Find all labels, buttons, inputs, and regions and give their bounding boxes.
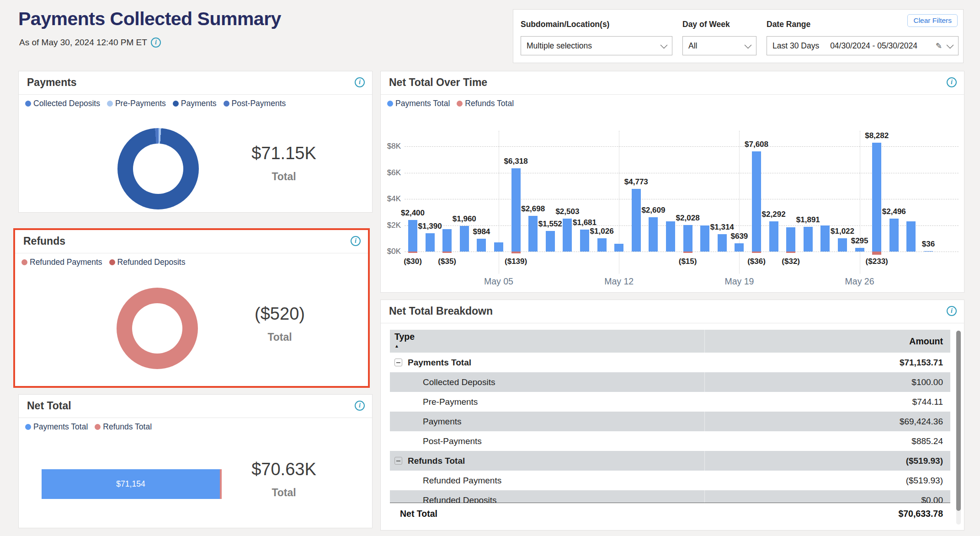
payments-card-header: Payments i (19, 71, 372, 95)
payments-bar[interactable] (477, 239, 486, 252)
collapse-icon[interactable] (394, 457, 402, 465)
row-type-label: Payments Total (408, 358, 471, 368)
scrollbar-thumb[interactable] (956, 331, 961, 511)
payments-total-label: Total (208, 171, 359, 183)
payments-bar[interactable] (786, 227, 795, 252)
payments-total-bar[interactable]: $71,154 (42, 469, 220, 499)
refund-bar[interactable] (752, 252, 761, 253)
payments-bar[interactable] (597, 238, 607, 252)
table-row[interactable]: Refunded Payments($519.93) (390, 471, 950, 490)
legend-item[interactable]: Payments Total (25, 422, 88, 432)
day-of-week-filter-value: All (688, 41, 697, 51)
legend-dot-icon (224, 101, 229, 107)
collapse-icon[interactable] (394, 359, 402, 366)
refund-bar[interactable] (442, 252, 452, 253)
payments-bar[interactable] (924, 251, 933, 252)
info-icon[interactable]: i (947, 306, 957, 316)
date-range-filter-dropdown[interactable]: Last 30 Days 04/30/2024 - 05/30/2024 ✎ (767, 36, 959, 55)
net-total-legend: Payments TotalRefunds Total (25, 422, 152, 432)
legend-dot-icon (107, 101, 113, 107)
row-amount: ($519.93) (906, 456, 950, 466)
net-total-card: Net Total i Payments TotalRefunds Total … (18, 394, 373, 528)
info-icon[interactable]: i (355, 401, 365, 411)
legend-item[interactable]: Refunded Deposits (109, 257, 186, 267)
payments-bar[interactable] (614, 244, 623, 252)
legend-dot-icon (109, 259, 115, 265)
legend-item[interactable]: Post-Payments (224, 99, 286, 108)
payments-bar[interactable] (546, 231, 555, 252)
bar-value-label: $1,960 (442, 214, 486, 224)
date-range-value: 04/30/2024 - 05/30/2024 (830, 41, 917, 51)
legend-dot-icon (95, 424, 101, 430)
net-total-over-time-card: Net Total Over Time i Payments TotalRefu… (380, 71, 964, 293)
bar-value-label: $1,681 (563, 218, 607, 227)
row-amount: $71,153.71 (900, 358, 950, 368)
bar-value-label: $1,026 (580, 227, 624, 236)
table-row[interactable]: Payments$69,424.36 (390, 412, 950, 431)
payments-bar[interactable] (494, 242, 503, 252)
legend-item[interactable]: Pre-Payments (107, 99, 166, 108)
bar-value-label: $7,608 (735, 140, 778, 149)
payments-bar[interactable] (426, 233, 435, 252)
table-row[interactable]: Payments Total$71,153.71 (390, 353, 950, 372)
breakdown-table-header: Type ▲ Amount (390, 330, 950, 353)
payments-bar[interactable] (872, 143, 881, 252)
week-gridline (860, 131, 860, 273)
legend-item[interactable]: Collected Deposits (25, 99, 100, 108)
payments-bar[interactable] (804, 227, 813, 252)
page-title: Payments Collected Summary (18, 8, 281, 30)
refund-bar[interactable] (683, 252, 692, 253)
date-range-preset: Last 30 Days (772, 41, 819, 51)
info-icon[interactable]: i (351, 236, 361, 246)
payments-bar[interactable] (855, 248, 864, 252)
table-row[interactable]: Collected Deposits$100.00 (390, 372, 950, 392)
net-total-total: $70.63K Total (208, 460, 359, 499)
refund-bar[interactable] (408, 252, 417, 253)
info-icon[interactable]: i (355, 77, 365, 87)
payments-bar[interactable] (632, 189, 641, 252)
refunds-total-label: Total (204, 331, 355, 343)
refund-bar[interactable] (511, 252, 521, 253)
column-header-type[interactable]: Type ▲ (390, 332, 415, 351)
info-icon[interactable]: i (151, 38, 161, 48)
payments-bar[interactable] (735, 243, 744, 252)
clear-filters-button[interactable]: Clear Filters (907, 14, 958, 27)
payments-card-title: Payments (27, 76, 77, 89)
subdomain-filter-dropdown[interactable]: Multiple selections (521, 36, 672, 55)
legend-item[interactable]: Refunds Total (95, 422, 152, 432)
net-total-label: Total (208, 487, 359, 499)
bar-value-label: $2,503 (545, 207, 589, 216)
payments-bar[interactable] (889, 219, 899, 252)
table-scrollbar (956, 331, 961, 525)
refunds-total-value: ($520) (204, 304, 355, 324)
payments-bar[interactable] (683, 225, 692, 252)
legend-item[interactable]: Refunded Payments (21, 257, 102, 267)
chevron-down-icon (660, 41, 668, 48)
legend-item[interactable]: Payments (173, 99, 217, 108)
as-of-text: As of May 30, 2024 12:40 PM ET (19, 38, 147, 48)
x-axis-tick-label: May 05 (474, 276, 524, 287)
payments-donut-chart[interactable] (117, 128, 199, 209)
row-type-label: Refunds Total (408, 456, 465, 466)
refunds-donut-chart[interactable] (117, 288, 198, 369)
column-header-amount[interactable]: Amount (909, 336, 950, 347)
row-type-label: Post-Payments (423, 436, 482, 446)
pencil-icon[interactable]: ✎ (936, 41, 942, 51)
day-of-week-filter-dropdown[interactable]: All (682, 36, 756, 55)
payments-bar[interactable] (752, 151, 761, 252)
y-axis-tick-label: $8K (381, 142, 401, 151)
row-amount: $885.24 (911, 436, 950, 446)
payments-total-value: $71.15K (208, 144, 359, 163)
table-row[interactable]: Refunds Total($519.93) (390, 451, 950, 471)
x-axis-tick-label: May 26 (835, 276, 885, 287)
payments-bar[interactable] (769, 221, 778, 252)
refund-bar[interactable] (872, 252, 881, 255)
payments-bar[interactable] (666, 221, 675, 252)
row-amount: $100.00 (911, 377, 950, 387)
refunds-legend: Refunded PaymentsRefunded Deposits (21, 257, 185, 267)
table-row[interactable]: Post-Payments$885.24 (390, 431, 950, 451)
payments-bar[interactable] (649, 217, 658, 252)
table-row[interactable]: Pre-Payments$744.11 (390, 392, 950, 412)
refund-bar[interactable] (786, 252, 795, 253)
payments-bar[interactable] (442, 229, 452, 252)
